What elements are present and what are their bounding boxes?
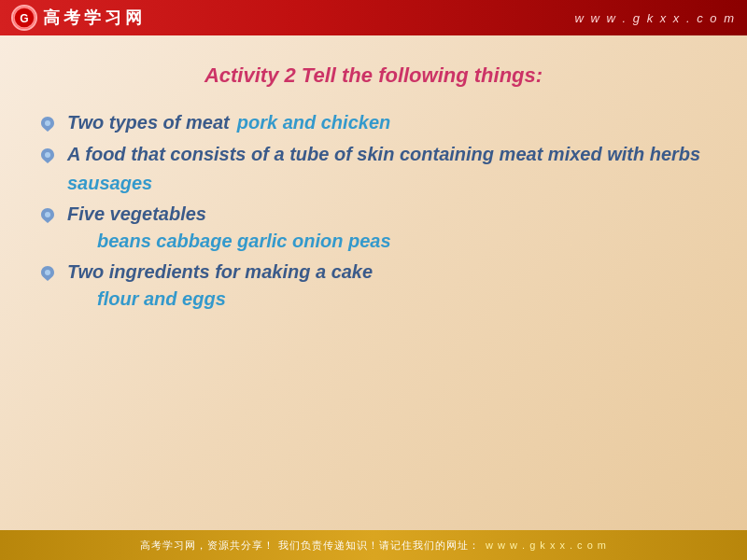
logo-text: 高考学习网 [43, 7, 146, 29]
item-question-3: Five vegetables [67, 203, 391, 225]
svg-point-3 [45, 152, 50, 158]
header-url: w w w . g k x x . c o m [575, 11, 736, 25]
header-logo: G 高考学习网 [11, 5, 146, 31]
item-content-block-4: Two ingredients for making a cake flour … [67, 261, 373, 310]
item-question-2: A food that consists of a tube of skin c… [67, 144, 700, 165]
item-row-1: Two types of meat pork and chicken [67, 112, 390, 133]
main-content: Activity 2 Tell the following things: Tw… [0, 35, 747, 530]
item-question-1: Two types of meat [67, 112, 230, 133]
footer-url: w w w . g k x x . c o m [486, 539, 607, 551]
list-item-2: A food that consists of a tube of skin c… [37, 144, 710, 194]
footer: 高考学习网，资源共分享！ 我们负责传递知识！请记住我们的网址： w w w . … [0, 530, 747, 560]
bullet-icon-4 [37, 263, 58, 284]
item-answer-4: flour and eggs [97, 288, 226, 309]
svg-point-2 [45, 120, 50, 126]
activity-title: Activity 2 Tell the following things: [37, 63, 710, 88]
item-answer-3: beans cabbage garlic onion peas [97, 231, 391, 251]
list-item: Two types of meat pork and chicken [37, 112, 710, 134]
footer-text: 高考学习网，资源共分享！ 我们负责传递知识！请记住我们的网址： [140, 539, 480, 553]
sub-answer-row-4: flour and eggs [97, 288, 373, 310]
item-content-block-3: Five vegetables beans cabbage garlic oni… [67, 203, 391, 252]
item-row-2: A food that consists of a tube of skin c… [67, 144, 710, 194]
page-wrapper: G 高考学习网 w w w . g k x x . c o m Activity… [0, 0, 747, 560]
svg-point-5 [45, 270, 50, 275]
bullet-icon-1 [37, 114, 58, 134]
svg-text:G: G [20, 12, 28, 25]
bullet-icon-3 [37, 205, 58, 226]
list-items: Two types of meat pork and chicken A foo… [37, 112, 710, 310]
list-item-3: Five vegetables beans cabbage garlic oni… [37, 203, 710, 252]
bullet-icon-2 [37, 146, 58, 166]
svg-point-4 [45, 212, 50, 217]
item-answer-2: sausages [67, 173, 152, 194]
list-item-4: Two ingredients for making a cake flour … [37, 261, 710, 310]
item-question-4: Two ingredients for making a cake [67, 261, 373, 283]
logo-icon: G [11, 5, 37, 31]
header: G 高考学习网 w w w . g k x x . c o m [0, 0, 747, 35]
sub-answer-row-3: beans cabbage garlic onion peas [97, 231, 391, 252]
item-answer-1: pork and chicken [237, 112, 391, 133]
